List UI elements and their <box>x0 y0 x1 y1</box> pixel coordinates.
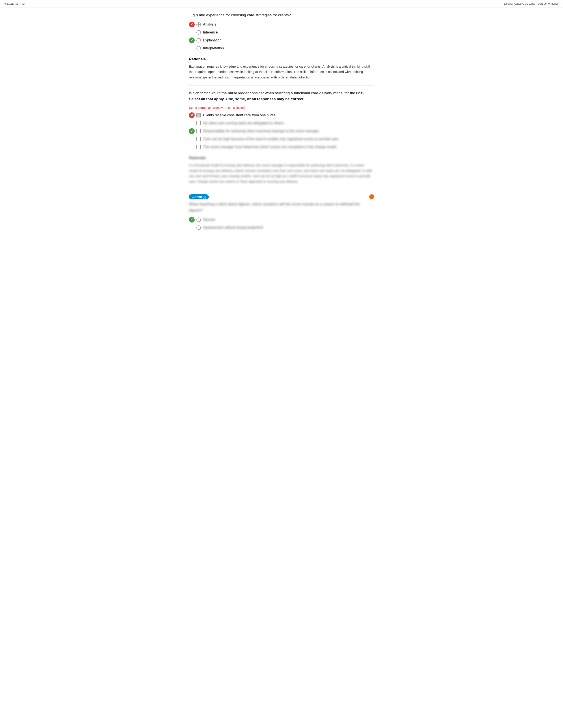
answer-label-inference: Inference <box>203 30 218 35</box>
answer-option-q2b: No client care nursing tasks are delegat… <box>189 120 374 126</box>
empty-icon-q3b <box>189 225 195 230</box>
orange-badge-q3 <box>369 194 374 199</box>
empty-icon-interpretation <box>189 45 195 51</box>
empty-icon-q2e <box>189 144 195 150</box>
answer-label-q2c: Responsibility for achieving client outc… <box>203 128 320 134</box>
answer-label-q2b: No client care nursing tasks are delegat… <box>203 121 285 126</box>
rationale1-section: Rationale Explanation requires knowledge… <box>189 56 374 80</box>
radio-q3a[interactable] <box>196 217 201 222</box>
answer-option-interpretation: Interpretation <box>189 45 374 51</box>
answer-option-q2c: ✓ Responsibility for achieving client ou… <box>189 128 374 134</box>
radio-q3b[interactable] <box>196 225 201 230</box>
rationale2-text: In a functional model of nursing care de… <box>189 163 374 184</box>
answer-label-explanation: Explanation <box>203 38 221 43</box>
correct-icon-q3a: ✓ <box>189 217 195 223</box>
answer-option-q3b: Hypertension without bradycardia#### <box>189 225 374 230</box>
rationale1-text: Explanation requires knowledge and exper… <box>189 64 374 80</box>
empty-icon-inference <box>189 30 195 35</box>
top-bar: 9/13/21, 4:17 PM Elsevier Adaptive Quizz… <box>0 0 563 8</box>
radio-interpretation[interactable] <box>196 46 201 50</box>
datetime: 9/13/21, 4:17 PM <box>4 2 24 6</box>
empty-icon-q2b <box>189 120 195 126</box>
answer-option-analysis: ✕ Analysis <box>189 22 374 27</box>
question3-text: When teaching a client about digoxin, wh… <box>189 201 374 213</box>
answer-label-q2e: The nurse manager must determine which n… <box>203 144 337 150</box>
answer-option-inference: Inference <box>189 30 374 35</box>
question3-header: Current (3) <box>189 194 374 201</box>
answer-option-q2e: The nurse manager must determine which n… <box>189 144 374 150</box>
answer-option-q3a: ✓ Nausea <box>189 217 374 223</box>
wrong-icon-analysis: ✕ <box>189 22 195 27</box>
page-title: Elsevier Adaptive Quizzing - Quiz perfor… <box>504 2 559 6</box>
rationale2-title: Rationale <box>189 155 374 161</box>
checkbox-q2c[interactable] <box>196 129 201 133</box>
checkbox-q2e[interactable] <box>196 145 201 149</box>
wrong-icon-q2a: ✕ <box>189 112 195 118</box>
answer-label-analysis: Analysis <box>203 22 216 27</box>
correct-icon-explanation: ✓ <box>189 37 195 43</box>
radio-inference[interactable] <box>196 30 201 35</box>
correct-icon-q2c: ✓ <box>189 128 195 134</box>
divider2 <box>189 190 374 190</box>
answer-option-q2a: ✕ Clients receive consistent care from o… <box>189 112 374 118</box>
empty-icon-q2d <box>189 136 195 142</box>
question2-block: Which factor would the nurse leader cons… <box>189 90 374 184</box>
question1-text: …g p and experience for choosing care st… <box>189 12 374 18</box>
answer-label-q2d: Care can be high because of the need to … <box>203 136 339 142</box>
rationale2-section: Rationale In a functional model of nursi… <box>189 155 374 184</box>
checkbox-q2a[interactable] <box>196 113 201 117</box>
answer-label-q3b: Hypertension without bradycardia#### <box>203 225 263 230</box>
status-note-q2: Some correct answers were not selected <box>189 106 374 110</box>
question1-block: …g p and experience for choosing care st… <box>189 12 374 80</box>
question3-block: Current (3) When teaching a client about… <box>189 194 374 230</box>
answer-label-q2a: Clients receive consistent care from one… <box>203 113 276 118</box>
answer-option-explanation: ✓ Explanation <box>189 37 374 43</box>
checkbox-q2b[interactable] <box>196 121 201 125</box>
rationale1-title: Rationale <box>189 56 374 62</box>
answer-option-q2d: Care can be high because of the need to … <box>189 136 374 142</box>
page-content: …g p and experience for choosing care st… <box>182 8 381 245</box>
answer-label-q3a: Nausea <box>203 217 215 222</box>
radio-analysis[interactable] <box>196 22 201 27</box>
question3-badge: Current (3) <box>189 194 209 200</box>
answer-label-interpretation: Interpretation <box>203 46 224 51</box>
question2-text: Which factor would the nurse leader cons… <box>189 90 374 102</box>
radio-explanation[interactable] <box>196 38 201 43</box>
divider1 <box>189 85 374 86</box>
checkbox-q2d[interactable] <box>196 137 201 141</box>
